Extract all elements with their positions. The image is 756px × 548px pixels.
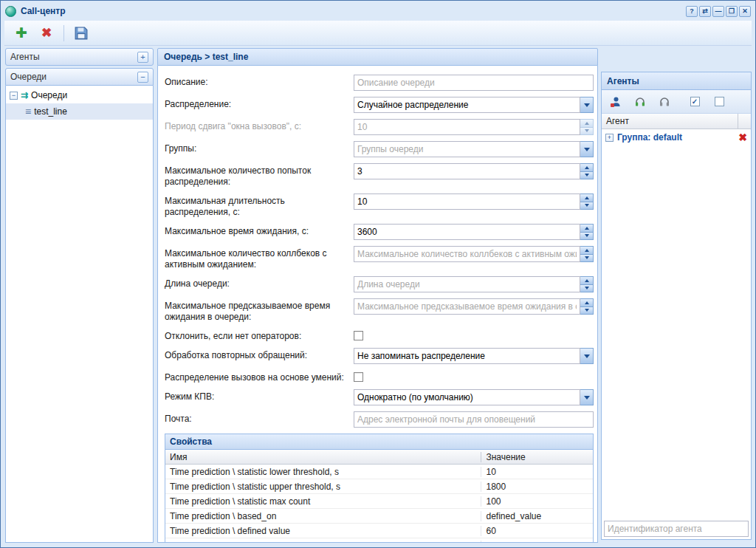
window-title: Call-центр xyxy=(21,6,66,16)
main-toolbar: ✚ ✖ xyxy=(4,21,752,46)
field-label: Режим КПВ: xyxy=(165,389,354,403)
minimize-button[interactable]: — xyxy=(712,6,724,17)
add-icon: ✚ xyxy=(16,26,27,40)
kpv-mode-combo[interactable] xyxy=(354,389,580,405)
accordion-agents-label: Агенты xyxy=(10,52,40,62)
tree-expander-icon[interactable]: − xyxy=(10,92,18,100)
spin-up-icon[interactable] xyxy=(580,276,594,285)
spin-up-icon[interactable] xyxy=(580,246,594,255)
spin-down-icon[interactable] xyxy=(580,285,594,293)
help-button[interactable]: ? xyxy=(686,6,698,17)
deselect-all-button[interactable] xyxy=(712,95,726,109)
spin-up-icon[interactable] xyxy=(580,193,594,202)
form-row-repeat-handling: Обработка повторных обращений: xyxy=(165,348,594,364)
form-row-queue-length: Длина очереди: xyxy=(165,276,594,292)
pin-button[interactable]: ⇄ xyxy=(699,6,711,17)
field-label: Максимальное время ожидания, с: xyxy=(165,224,354,237)
select-all-button[interactable]: ✓ xyxy=(688,95,701,109)
property-row[interactable]: Time prediction \ min values in statisti… xyxy=(165,538,593,543)
accordion-header-queues[interactable]: Очереди − xyxy=(5,68,154,86)
property-row[interactable]: Time prediction \ statistic max count 10… xyxy=(165,494,593,509)
titlebar: Call-центр ? ⇄ — ❐ ✕ xyxy=(5,4,751,18)
property-value: 60 xyxy=(481,526,593,536)
column-header-agent[interactable]: Агент xyxy=(602,114,738,129)
repeat-handling-combo[interactable] xyxy=(354,348,580,364)
property-row[interactable]: Time prediction \ statistic lower thresh… xyxy=(165,465,593,479)
skill-based-checkbox[interactable] xyxy=(354,372,363,382)
toolbar-separator xyxy=(63,25,64,41)
close-button[interactable]: ✕ xyxy=(739,6,751,17)
reject-no-operators-checkbox[interactable] xyxy=(354,331,363,340)
delete-button[interactable]: ✖ xyxy=(36,23,57,44)
email-field[interactable] xyxy=(354,411,594,428)
spin-down-icon[interactable] xyxy=(580,255,594,263)
chevron-down-icon[interactable] xyxy=(580,141,594,157)
accordion-header-agents[interactable]: Агенты + xyxy=(5,48,154,66)
form-row-max-attempts: Максимальное количество попыток распреде… xyxy=(165,163,594,188)
property-row[interactable]: Time prediction \ based_on defined_value xyxy=(165,509,593,524)
property-name: Time prediction \ defined value xyxy=(165,526,481,536)
queue-form: Описание: Распределение: Период сдвига "… xyxy=(157,66,598,543)
spin-down-icon[interactable] xyxy=(580,202,594,210)
groups-combo[interactable] xyxy=(354,141,580,157)
spin-down-icon xyxy=(580,128,594,136)
spin-up-icon[interactable] xyxy=(580,163,594,172)
form-row-max-wait: Максимальное время ожидания, с: xyxy=(165,224,594,240)
unassign-agent-button[interactable] xyxy=(658,95,671,109)
spin-down-icon[interactable] xyxy=(580,233,594,241)
chevron-down-icon[interactable] xyxy=(580,97,594,113)
spin-up-icon[interactable] xyxy=(580,224,594,233)
form-row-max-predicted-wait: Максимальное предсказываемое время ожида… xyxy=(165,298,594,323)
property-row[interactable]: Time prediction \ statistic upper thresh… xyxy=(165,479,593,494)
unchecked-checkbox-icon xyxy=(715,97,724,106)
property-name: Time prediction \ statistic max count xyxy=(165,496,481,507)
spin-down-icon[interactable] xyxy=(580,307,594,315)
add-button[interactable]: ✚ xyxy=(11,23,32,44)
tree-item-test-line[interactable]: ≡ test_line xyxy=(6,103,153,120)
form-row-description: Описание: xyxy=(165,75,594,91)
queue-length-spinner[interactable] xyxy=(354,276,580,292)
column-header-value[interactable]: Значение xyxy=(481,452,593,462)
property-value: 100 xyxy=(481,496,593,507)
max-attempts-spinner[interactable] xyxy=(354,163,580,179)
spin-up-icon xyxy=(580,119,594,128)
properties-column-headers: Имя Значение xyxy=(165,450,593,465)
chevron-down-icon[interactable] xyxy=(580,348,594,364)
chevron-down-icon[interactable] xyxy=(580,389,594,405)
form-row-email: Почта: xyxy=(165,411,594,428)
app-logo-icon xyxy=(5,6,16,17)
maximize-button[interactable]: ❐ xyxy=(726,6,738,17)
property-name: Time prediction \ statistic lower thresh… xyxy=(165,467,481,477)
collapse-icon[interactable]: − xyxy=(137,72,148,83)
agents-grid-header: Агент xyxy=(602,114,751,129)
save-button[interactable] xyxy=(71,23,92,44)
add-agent-button[interactable] xyxy=(609,95,622,109)
distribution-combo[interactable] xyxy=(354,97,580,113)
property-value: 10 xyxy=(481,467,593,477)
agent-id-input[interactable] xyxy=(604,521,749,537)
spin-down-icon[interactable] xyxy=(580,172,594,180)
field-label: Отклонить, если нет операторов: xyxy=(165,329,354,342)
delete-group-icon[interactable]: ✖ xyxy=(738,132,747,143)
agent-group-row[interactable]: + Группа: default ✖ xyxy=(602,129,751,145)
spin-up-icon[interactable] xyxy=(580,298,594,307)
tree-root-label: Очереди xyxy=(31,90,67,100)
property-row[interactable]: Time prediction \ defined value 60 xyxy=(165,524,593,538)
save-icon xyxy=(75,27,88,40)
expand-icon[interactable]: + xyxy=(137,52,148,63)
column-header-name[interactable]: Имя xyxy=(165,452,481,462)
group-expander-icon[interactable]: + xyxy=(605,134,614,142)
max-callbacks-spinner[interactable] xyxy=(354,246,580,262)
assign-agent-button[interactable] xyxy=(633,95,647,109)
max-predicted-wait-spinner[interactable] xyxy=(354,298,580,315)
spinner-buttons xyxy=(580,224,594,240)
queue-detail-header: Очередь > test_line xyxy=(157,48,598,66)
tree-item-queues-root[interactable]: − ⇉ Очереди xyxy=(6,87,153,103)
max-duration-spinner[interactable] xyxy=(354,193,580,210)
max-wait-spinner[interactable] xyxy=(354,224,580,240)
description-input[interactable] xyxy=(354,75,594,91)
field-label: Распределение: xyxy=(165,97,354,110)
form-row-skill-based: Распределение вызовов на основе умений: xyxy=(165,370,594,383)
queue-root-icon: ⇉ xyxy=(21,91,28,100)
spinner-buttons xyxy=(580,119,594,135)
